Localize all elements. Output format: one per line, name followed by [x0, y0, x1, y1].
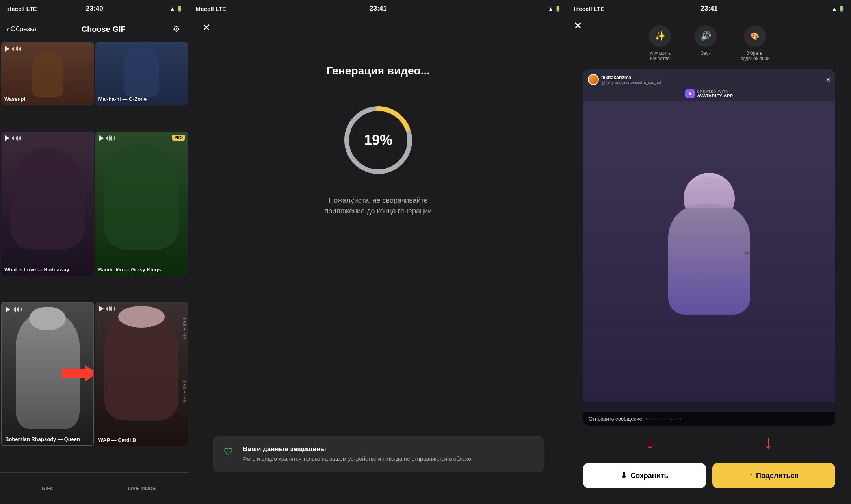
subtitle-line2: приложение до конца генерации [325, 207, 432, 215]
status-bar-2: lifecell LTE 23:41 ▲ 🔋 [189, 0, 567, 17]
gif-grid: Wassup! Mai-ha-hi — O-Zone What is Love … [0, 41, 189, 472]
battery-icon-1: 🔋 [177, 6, 183, 12]
play-icon-whatislove [5, 135, 21, 141]
gif-thumb-maihahi [95, 42, 188, 105]
enhance-icon: ✨ [655, 31, 665, 41]
tab-gifs[interactable]: GIFs [0, 485, 95, 491]
save-label: Сохранить [630, 472, 668, 480]
app-icon-letter: A [689, 92, 691, 96]
share-label: Поделиться [756, 472, 799, 480]
gif-thumb-wassup [1, 42, 94, 105]
video-person-area [583, 101, 835, 402]
enhance-icon-circle: ✨ [649, 25, 671, 47]
username-text: nikitakarizma [601, 75, 661, 80]
progress-percent-label: 19% [364, 132, 392, 148]
app-icon-small: A [685, 89, 695, 98]
tab-live[interactable]: LIVE MODE [95, 485, 189, 491]
nav-bar-1: ‹ Обрезка Choose GIF ⚙ [0, 17, 189, 41]
save-button[interactable]: ⬇ Сохранить [583, 463, 706, 488]
waveform-wassup [12, 46, 21, 52]
play-icon-bamboleo [99, 135, 115, 141]
share-button[interactable]: ↑ Поделиться [712, 463, 835, 488]
video-header-overlay: nikitakarizma @ fairy princess or sasha_… [588, 74, 831, 85]
gif-label-maihahi: Mai-ha-hi — O-Zone [98, 96, 185, 102]
toolbar-watermark[interactable]: 🎨 Убратьводяной знак [740, 25, 769, 61]
play-triangle-bohemian [6, 307, 10, 312]
waveform-wap [106, 306, 115, 311]
watermark-icon-circle: 🎨 [744, 25, 766, 47]
watermark-icon: 🎨 [751, 32, 759, 41]
play-icon-wassup [5, 46, 21, 52]
generation-title: Генерация видео... [327, 65, 430, 77]
play-icon-bohemian [6, 307, 22, 312]
chevron-left-icon: ‹ [6, 25, 9, 34]
close-button-progress[interactable]: ✕ [199, 20, 214, 35]
panel-progress: lifecell LTE 23:41 ▲ 🔋 ✕ Генерация видео… [189, 0, 567, 504]
send-message-label: Отправить сообщение [589, 416, 642, 422]
status-bar-left-3: lifecell LTE [574, 6, 604, 12]
svg-marker-0 [62, 365, 94, 381]
toolbar-enhance[interactable]: ✨ Улучшитькачество [649, 25, 671, 61]
status-bar-right-3: ▲ 🔋 [832, 6, 845, 12]
close-icon-result: ✕ [574, 20, 582, 32]
share-icon: ↑ [749, 471, 753, 480]
status-bar-right-1: ▲ 🔋 [170, 6, 183, 12]
gif-item-bamboleo[interactable]: PRO Bamboléo — Gipsy Kings [95, 132, 188, 276]
panel-result: lifecell LTE 23:41 ▲ 🔋 ✕ ✨ Улучшитькачес… [567, 0, 851, 504]
person-hair [689, 177, 730, 208]
subtitle-line1: Пожалуйста, не сворачивайте [329, 196, 427, 204]
signal-icon-1: ▲ [170, 6, 175, 12]
result-video-container: nikitakarizma @ fairy princess or sasha_… [583, 69, 835, 426]
status-bar-1: lifecell LTE 23:40 ▲ 🔋 [0, 0, 189, 17]
play-triangle-bamboleo [99, 135, 104, 141]
time-2: 23:41 [370, 5, 386, 13]
gif-label-wassup: Wassup! [4, 96, 91, 102]
enhance-label: Улучшитькачество [649, 50, 671, 61]
gif-item-maihahi[interactable]: Mai-ha-hi — O-Zone [95, 42, 188, 105]
gif-item-whatislove[interactable]: What is Love — Haddaway [1, 132, 94, 276]
gif-item-wap[interactable]: FASHION FASHION WAP — Cardi B [95, 302, 188, 446]
data-protection-desc: Фото и видео хранятся только на вашем ус… [243, 455, 471, 463]
waveform-bohemian [13, 307, 22, 312]
avatarify-logo-row: A CREATED WITH AVATARIFY APP [685, 89, 733, 98]
avatar [588, 74, 599, 85]
gif-thumb-wap: FASHION FASHION [95, 302, 188, 446]
carrier-2: lifecell [195, 6, 214, 12]
time-3: 23:41 [700, 5, 717, 13]
panel-gif: lifecell LTE 23:40 ▲ 🔋 ‹ Обрезка Choose … [0, 0, 189, 504]
status-bar-left-1: lifecell LTE [6, 6, 37, 12]
status-bar-right-2: ▲ 🔋 [548, 6, 561, 12]
save-icon: ⬇ [621, 471, 627, 480]
carrier-3: lifecell [574, 6, 592, 12]
tattoo-dot [745, 252, 749, 255]
gif-item-bohemian[interactable]: Bohemian Rhapsody — Queen [1, 302, 94, 446]
sound-icon: 🔊 [700, 31, 711, 41]
gif-thumb-bamboleo [95, 132, 188, 276]
gif-label-whatislove: What is Love — Haddaway [4, 267, 91, 272]
bottom-tabs: GIFs LIVE MODE [0, 472, 189, 504]
gear-icon: ⚙ [173, 24, 180, 34]
selection-arrow [62, 365, 94, 383]
back-button[interactable]: ‹ Обрезка [6, 25, 37, 34]
shield-icon: 🛡 [224, 446, 236, 459]
play-triangle-wap [99, 306, 104, 311]
send-message-bar[interactable]: Отправить сообщение [583, 412, 835, 426]
signal-icon-2: ▲ [548, 6, 553, 12]
signal-icon-3: ▲ [832, 6, 837, 12]
username-subline: @ fairy princess or sasha_sou_art [601, 80, 661, 85]
play-icon-wap [99, 306, 115, 311]
toolbar-sound[interactable]: 🔊 Звук [695, 25, 717, 61]
video-close-icon[interactable]: ✕ [825, 76, 831, 83]
tab-gifs-label: GIFs [42, 485, 53, 491]
status-bar-3: lifecell LTE 23:41 ▲ 🔋 [567, 0, 851, 17]
settings-button[interactable]: ⚙ [170, 23, 183, 35]
close-button-result[interactable]: ✕ [574, 20, 582, 32]
gif-thumb-whatislove [1, 132, 94, 276]
avatarify-badge: A CREATED WITH AVATARIFY APP [588, 89, 831, 98]
battery-icon-3: 🔋 [838, 6, 845, 12]
progress-ring: 19% [339, 101, 418, 180]
carrier-1: lifecell [6, 6, 25, 12]
gif-item-wassup[interactable]: Wassup! [1, 42, 94, 105]
data-protection-card: 🛡 Ваши данные защищены Фото и видео хран… [213, 436, 544, 472]
sound-icon-circle: 🔊 [695, 25, 717, 47]
